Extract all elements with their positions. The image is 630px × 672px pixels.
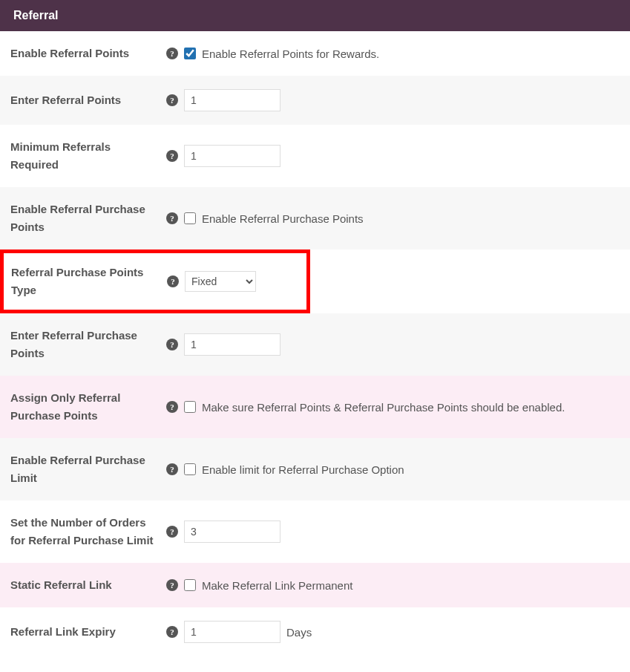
label-referral-purchase-points-type: Referral Purchase Points Type xyxy=(11,264,167,299)
row-set-number-orders-referral-limit: Set the Number of Orders for Referral Pu… xyxy=(0,500,630,563)
label-referral-link-expiry: Referral Link Expiry xyxy=(10,623,166,641)
input-set-number-orders-referral-limit[interactable] xyxy=(184,521,280,543)
help-icon[interactable]: ? xyxy=(167,275,179,287)
desc-enable-referral-purchase-points: Enable Referral Purchase Points xyxy=(202,212,364,225)
label-static-referral-link: Static Referral Link xyxy=(10,576,166,594)
help-icon[interactable]: ? xyxy=(166,401,178,413)
help-icon[interactable]: ? xyxy=(166,212,178,224)
label-assign-only-referral-purchase-points: Assign Only Referral Purchase Points xyxy=(10,389,166,425)
select-referral-purchase-points-type[interactable]: Fixed xyxy=(185,271,256,292)
row-enter-referral-points: Enter Referral Points ? xyxy=(0,76,630,125)
help-icon[interactable]: ? xyxy=(166,339,178,350)
label-enable-referral-purchase-limit: Enable Referral Purchase Limit xyxy=(10,451,166,487)
help-icon[interactable]: ? xyxy=(166,463,178,475)
row-enable-referral-purchase-limit: Enable Referral Purchase Limit ? Enable … xyxy=(0,438,630,500)
checkbox-static-referral-link[interactable] xyxy=(184,579,196,591)
label-enter-referral-purchase-points: Enter Referral Purchase Points xyxy=(10,327,166,362)
desc-enable-referral-purchase-limit: Enable limit for Referral Purchase Optio… xyxy=(202,463,404,476)
checkbox-assign-only-referral-purchase-points[interactable] xyxy=(184,401,196,413)
label-enable-referral-points: Enable Referral Points xyxy=(10,45,166,62)
help-icon[interactable]: ? xyxy=(166,150,178,162)
checkbox-enable-referral-points[interactable] xyxy=(184,48,196,59)
row-enable-referral-purchase-points: Enable Referral Purchase Points ? Enable… xyxy=(0,187,630,249)
desc-enable-referral-points: Enable Referral Points for Rewards. xyxy=(202,48,379,60)
input-referral-link-expiry[interactable] xyxy=(184,621,280,643)
help-icon[interactable]: ? xyxy=(166,626,178,638)
row-minimum-referrals-required: Minimum Referrals Required ? xyxy=(0,125,630,187)
row-enter-referral-purchase-points: Enter Referral Purchase Points ? xyxy=(0,313,630,376)
input-enter-referral-purchase-points[interactable] xyxy=(184,333,280,356)
desc-static-referral-link: Make Referral Link Permanent xyxy=(202,579,352,592)
row-referral-purchase-points-type: Referral Purchase Points Type ? Fixed xyxy=(0,249,310,313)
panel-title: Referral xyxy=(13,9,58,22)
checkbox-enable-referral-purchase-points[interactable] xyxy=(184,212,196,224)
row-enable-referral-points: Enable Referral Points ? Enable Referral… xyxy=(0,31,630,76)
suffix-referral-link-expiry: Days xyxy=(286,626,312,639)
label-enter-referral-points: Enter Referral Points xyxy=(10,91,166,109)
help-icon[interactable]: ? xyxy=(166,526,178,538)
panel-header: Referral xyxy=(0,0,630,31)
input-minimum-referrals-required[interactable] xyxy=(184,145,280,167)
row-referral-link-expiry: Referral Link Expiry ? Days xyxy=(0,607,630,656)
help-icon[interactable]: ? xyxy=(166,579,178,591)
label-enable-referral-purchase-points: Enable Referral Purchase Points xyxy=(10,200,166,236)
row-assign-only-referral-purchase-points: Assign Only Referral Purchase Points ? M… xyxy=(0,376,630,438)
input-enter-referral-points[interactable] xyxy=(184,89,280,111)
desc-assign-only-referral-purchase-points: Make sure Referral Points & Referral Pur… xyxy=(202,401,565,414)
label-minimum-referrals-required: Minimum Referrals Required xyxy=(10,138,166,174)
help-icon[interactable]: ? xyxy=(166,94,178,106)
row-static-referral-link: Static Referral Link ? Make Referral Lin… xyxy=(0,563,630,607)
label-set-number-orders-referral-limit: Set the Number of Orders for Referral Pu… xyxy=(10,514,166,549)
checkbox-enable-referral-purchase-limit[interactable] xyxy=(184,463,196,475)
help-icon[interactable]: ? xyxy=(166,48,178,59)
